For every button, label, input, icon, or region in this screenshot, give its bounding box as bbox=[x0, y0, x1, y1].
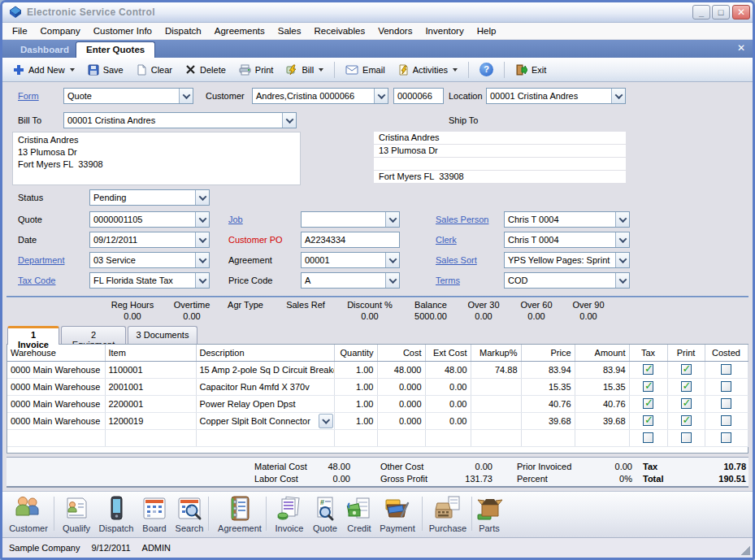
cell-item[interactable]: 1100001 bbox=[105, 361, 196, 378]
print-checkbox[interactable] bbox=[681, 432, 692, 443]
cell-warehouse[interactable]: 0000 Main Warehouse bbox=[7, 361, 105, 378]
costed-checkbox[interactable] bbox=[721, 415, 731, 426]
form-link[interactable]: Form bbox=[18, 91, 39, 101]
menu-receivables[interactable]: Receivables bbox=[308, 24, 372, 38]
menu-company[interactable]: Company bbox=[34, 24, 87, 38]
sales-sort-link[interactable]: Sales Sort bbox=[436, 255, 477, 265]
cell-price[interactable]: 40.76 bbox=[521, 395, 575, 412]
location-select[interactable]: 00001 Cristina Andres bbox=[486, 88, 626, 104]
cell-ext-cost[interactable]: 48.00 bbox=[425, 361, 471, 378]
exit-button[interactable]: Exit bbox=[510, 62, 552, 78]
tax-checkbox[interactable] bbox=[643, 432, 653, 443]
customer-code-field[interactable]: 0000066 bbox=[393, 88, 444, 104]
ship-to-line2[interactable]: 13 Plumosa Dr bbox=[374, 145, 626, 157]
cell-cost[interactable]: 0.000 bbox=[377, 395, 425, 412]
cell-amount[interactable]: 40.76 bbox=[575, 395, 629, 412]
print-button[interactable]: Print bbox=[233, 62, 280, 78]
clerk-select[interactable]: Chris T 0004 bbox=[504, 232, 630, 248]
terms-link[interactable]: Terms bbox=[436, 276, 460, 285]
save-button[interactable]: Save bbox=[82, 62, 129, 78]
menu-inventory[interactable]: Inventory bbox=[419, 24, 470, 38]
costed-checkbox[interactable] bbox=[721, 432, 731, 443]
add-new-button[interactable]: Add New bbox=[7, 62, 80, 78]
minimize-button[interactable]: _ bbox=[692, 5, 710, 20]
tax-checkbox[interactable] bbox=[643, 398, 653, 409]
subtab-invoice[interactable]: 1 Invoice bbox=[7, 326, 59, 345]
delete-button[interactable]: Delete bbox=[180, 62, 232, 77]
cell-markup[interactable] bbox=[471, 412, 521, 429]
print-checkbox[interactable] bbox=[681, 381, 692, 392]
maximize-button[interactable]: □ bbox=[712, 5, 730, 20]
menu-sales[interactable]: Sales bbox=[271, 24, 308, 38]
cell-markup[interactable] bbox=[471, 395, 521, 412]
terms-select[interactable]: COD bbox=[504, 272, 630, 289]
tax-code-link[interactable]: Tax Code bbox=[18, 276, 55, 285]
ship-to-line1[interactable]: Cristina Andres bbox=[374, 132, 626, 144]
cell-description[interactable]: Copper Slpit Bolt Connector bbox=[196, 412, 334, 429]
cell-quantity[interactable]: 1.00 bbox=[334, 361, 377, 378]
tax-checkbox[interactable] bbox=[643, 381, 653, 392]
cell-markup[interactable]: 74.88 bbox=[471, 361, 521, 378]
ship-to-line4[interactable]: Fort Myers FL 33908 bbox=[374, 171, 626, 183]
help-button[interactable]: ? bbox=[474, 60, 499, 79]
costed-checkbox[interactable] bbox=[721, 364, 731, 375]
print-checkbox[interactable] bbox=[681, 415, 692, 426]
subtab-equipment[interactable]: 2 Equipment bbox=[61, 326, 126, 344]
date-select[interactable]: 09/12/2011 bbox=[89, 232, 210, 248]
tax-code-select[interactable]: FL Florida State Tax bbox=[89, 272, 210, 289]
bill-to-address-box[interactable]: Cristina Andres13 Plumosa DrFort Myers F… bbox=[12, 132, 301, 185]
menu-agreements[interactable]: Agreements bbox=[208, 24, 271, 38]
cell-description[interactable] bbox=[196, 429, 334, 446]
menu-customer-info[interactable]: Customer Info bbox=[87, 24, 158, 38]
close-button[interactable]: ✕ bbox=[732, 5, 750, 20]
footer-agreement-button[interactable]: Agreement bbox=[211, 495, 268, 533]
bill-button[interactable]: Bill bbox=[280, 62, 329, 78]
department-select[interactable]: 03 Service bbox=[89, 252, 210, 268]
cell-markup[interactable] bbox=[471, 378, 521, 395]
cell-item[interactable]: 1200019 bbox=[105, 412, 196, 429]
quote-number-select[interactable]: 0000001105 bbox=[89, 211, 210, 228]
cell-ext-cost[interactable]: 0.00 bbox=[425, 412, 471, 429]
costed-checkbox[interactable] bbox=[721, 381, 731, 392]
form-type-select[interactable]: Quote bbox=[63, 88, 193, 104]
cell-ext-cost[interactable]: 0.00 bbox=[425, 378, 471, 395]
footer-parts-button[interactable]: Parts bbox=[461, 495, 518, 533]
ship-to-line3[interactable] bbox=[374, 158, 626, 170]
menu-dispatch[interactable]: Dispatch bbox=[158, 24, 208, 38]
cell-amount[interactable]: 15.35 bbox=[575, 378, 629, 395]
cell-item[interactable]: 2200001 bbox=[105, 395, 196, 412]
print-checkbox[interactable] bbox=[681, 398, 692, 409]
tax-checkbox[interactable] bbox=[643, 364, 653, 375]
cell-price[interactable]: 15.35 bbox=[521, 378, 575, 395]
cell-description[interactable]: Power Relay Open Dpst bbox=[196, 395, 334, 412]
menu-file[interactable]: File bbox=[6, 24, 34, 38]
clerk-link[interactable]: Clerk bbox=[436, 235, 457, 245]
menu-vendors[interactable]: Vendors bbox=[371, 24, 419, 38]
cell-ext-cost[interactable] bbox=[425, 429, 471, 446]
cell-amount[interactable]: 83.94 bbox=[575, 361, 629, 378]
cell-quantity[interactable] bbox=[334, 429, 377, 446]
cell-warehouse[interactable]: 0000 Main Warehouse bbox=[7, 412, 105, 429]
tab-close-icon[interactable]: ✕ bbox=[737, 42, 745, 54]
cell-price[interactable] bbox=[521, 429, 575, 446]
cell-amount[interactable]: 39.68 bbox=[575, 412, 629, 429]
subtab-documents[interactable]: 3 Documents bbox=[128, 326, 197, 344]
job-select[interactable] bbox=[301, 211, 400, 228]
cell-quantity[interactable]: 1.00 bbox=[334, 378, 377, 395]
sales-sort-select[interactable]: YPS Yellow Pages: Sprint bbox=[504, 252, 630, 268]
customer-po-field[interactable]: A2234334 bbox=[301, 232, 400, 248]
bill-to-select[interactable]: 00001 Cristina Andres bbox=[63, 112, 297, 128]
chevron-down-icon[interactable] bbox=[319, 414, 333, 428]
cell-warehouse[interactable] bbox=[7, 429, 105, 446]
customer-select[interactable]: Andres,Cristina 0000066 bbox=[252, 88, 388, 104]
print-checkbox[interactable] bbox=[681, 364, 692, 375]
cell-ext-cost[interactable]: 0.00 bbox=[425, 395, 471, 412]
cell-description[interactable]: 15 Amp 2-pole Sq D Circuit Breake bbox=[196, 361, 334, 378]
cell-item[interactable]: 2001001 bbox=[105, 378, 196, 395]
department-link[interactable]: Department bbox=[18, 255, 64, 265]
cell-quantity[interactable]: 1.00 bbox=[334, 412, 377, 429]
cell-description[interactable]: Capacitor Run 4mfd X 370v bbox=[196, 378, 334, 395]
footer-search-button[interactable]: Search bbox=[161, 495, 218, 533]
cell-quantity[interactable]: 1.00 bbox=[334, 395, 377, 412]
footer-payment-button[interactable]: Payment bbox=[369, 495, 426, 533]
